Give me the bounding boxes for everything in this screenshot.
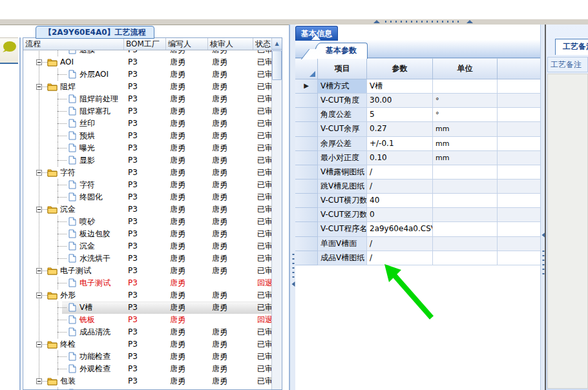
tree-row[interactable]: 外观检查P3唐勇唐勇已审核 <box>23 363 271 375</box>
tree-row-name-cell[interactable]: 板边包胶 <box>23 228 124 240</box>
grid-unit-cell[interactable] <box>433 222 498 236</box>
grid-item-cell[interactable]: 单面V槽面 <box>318 237 367 251</box>
tree-row[interactable]: 电子测试P3唐勇回退 <box>23 277 271 289</box>
grid-value-cell[interactable]: 0.27 <box>367 122 433 136</box>
tree-row[interactable]: 阻焊塞孔P3唐勇唐勇已审核 <box>23 105 271 118</box>
row-selector-cell[interactable] <box>295 208 318 222</box>
tab-process-notes[interactable]: 工艺备注 <box>555 39 588 55</box>
tree-row-name-cell[interactable] <box>23 387 124 390</box>
grid-column-item[interactable]: 项目 <box>318 58 367 79</box>
grid-item-cell[interactable]: V槽露铜图纸 <box>318 165 367 180</box>
row-selector-cell[interactable] <box>295 180 318 194</box>
grid-unit-cell[interactable] <box>433 79 498 94</box>
collapse-icon[interactable] <box>36 207 42 212</box>
grid-column-unit[interactable]: 单位 <box>433 58 498 79</box>
grid-unit-cell[interactable]: mm <box>433 151 498 165</box>
collapse-icon[interactable] <box>36 378 42 384</box>
collapse-icon[interactable] <box>36 59 42 65</box>
column-header-flow[interactable]: 流程 <box>23 38 124 50</box>
tree-row[interactable]: 丝印P3唐勇唐勇已审核 <box>23 118 271 130</box>
tree-row[interactable]: 字符P3唐勇唐勇已审核 <box>23 167 271 179</box>
tree-row-name-cell[interactable]: V槽 <box>23 302 124 314</box>
grid-row[interactable]: V-CUT横刀数40 <box>295 194 540 208</box>
grid-item-cell[interactable]: V-CUT程序名 <box>318 222 367 236</box>
scroll-up-button[interactable]: ▲ <box>272 38 282 50</box>
row-selector-cell[interactable] <box>295 251 318 265</box>
notes-body[interactable] <box>547 74 588 389</box>
tree-row-name-cell[interactable]: 显影 <box>23 154 124 167</box>
tree-row-name-cell[interactable]: 水洗烘干 <box>23 252 124 265</box>
grid-unit-cell[interactable]: mm <box>433 122 498 136</box>
grid-value-cell[interactable]: 5 <box>367 108 433 122</box>
select-all-cell[interactable] <box>295 58 318 79</box>
tree-row[interactable]: 功能检查P3唐勇唐勇已审核 <box>23 351 271 363</box>
tree-row[interactable]: 铣板P3唐勇回退 <box>23 314 271 326</box>
row-pointer-icon[interactable]: ▶ <box>295 79 318 94</box>
grid-row[interactable]: ▶V槽方式V槽 <box>295 79 540 94</box>
tree-row[interactable]: 外形P3唐勇唐勇已审核 <box>23 289 271 302</box>
tree-row-name-cell[interactable]: 预烘 <box>23 130 124 142</box>
tree-row-name-cell[interactable]: 喷砂 <box>23 216 124 228</box>
grid-item-cell[interactable]: V-CUT角度 <box>318 94 367 108</box>
comment-panel[interactable] <box>0 37 18 64</box>
row-selector-cell[interactable] <box>295 94 318 108</box>
grid-value-cell[interactable]: / <box>367 165 433 180</box>
collapse-left-icon[interactable] <box>292 282 295 287</box>
tree-row[interactable]: 板边包胶P3唐勇唐勇已审核 <box>23 228 271 240</box>
column-header-bom[interactable]: BOM工厂 <box>124 38 166 50</box>
row-selector-cell[interactable] <box>295 151 318 165</box>
grid-value-cell[interactable]: 0.10 <box>367 151 433 165</box>
tree-row-name-cell[interactable]: 成品清洗 <box>23 326 124 338</box>
collapse-icon[interactable] <box>36 268 42 274</box>
tab-basic-params[interactable]: 基本参数 <box>315 43 368 59</box>
grid-row[interactable]: 最小对正度0.10mm <box>295 151 540 165</box>
tree-row-name-cell[interactable]: 外层AOI <box>23 68 124 81</box>
grid-value-cell[interactable]: 30.00 <box>367 94 433 108</box>
grid-item-cell[interactable]: V-CUT余厚 <box>318 122 367 136</box>
tree-row-name-cell[interactable]: 曝光 <box>23 142 124 154</box>
grid-row[interactable]: V-CUT程序名2a9y60e4a0.CSV <box>295 222 540 236</box>
grid-item-cell[interactable]: V槽方式 <box>318 79 367 94</box>
row-selector-cell[interactable] <box>295 137 318 151</box>
tree-row[interactable]: 电子测试P3唐勇唐勇已审核 <box>23 265 271 277</box>
grid-value-cell[interactable]: +/-0.1 <box>367 137 433 151</box>
tree-row-name-cell[interactable]: 外观检查 <box>23 363 124 375</box>
collapse-icon[interactable] <box>36 292 42 298</box>
grid-unit-cell[interactable] <box>433 208 498 222</box>
tree-row[interactable]: AOIP3唐勇唐勇已审核 <box>23 56 271 68</box>
grid-value-cell[interactable]: / <box>367 180 433 194</box>
tree-row-name-cell[interactable]: 沉金 <box>23 240 124 252</box>
grid-row[interactable]: 余厚公差+/-0.1mm <box>295 137 540 151</box>
tree-row[interactable]: 外层AOIP3唐勇唐勇已审核 <box>23 68 271 81</box>
grid-row[interactable]: V-CUT角度30.00° <box>295 94 540 108</box>
grid-row[interactable]: 单面V槽面/ <box>295 237 540 251</box>
grid-column-value[interactable]: 参数 <box>367 58 433 79</box>
grid-unit-cell[interactable] <box>433 237 498 251</box>
grid-row[interactable]: V-CUT竖刀数0 <box>295 208 540 222</box>
tree-row[interactable]: 水洗烘干P3唐勇唐勇已审核 <box>23 252 271 265</box>
tree-row[interactable]: 阻焊前处理P3唐勇唐勇已审核 <box>23 93 271 105</box>
tree-scrollbar[interactable]: ▲ <box>271 38 282 389</box>
tree-row-name-cell[interactable]: 电子测试 <box>23 277 124 289</box>
tree-row[interactable]: 字符P3唐勇唐勇已审核 <box>23 179 271 191</box>
process-flow-tab[interactable]: 【2A9Y60E4A0】工艺流程 <box>36 26 154 39</box>
row-selector-cell[interactable] <box>295 237 318 251</box>
grid-unit-cell[interactable]: ° <box>433 94 498 108</box>
grid-item-cell[interactable]: 角度公差 <box>318 108 367 122</box>
tree-row-name-cell[interactable]: 终固化 <box>23 191 124 203</box>
column-header-auditor[interactable]: 核审人 <box>208 38 253 50</box>
grid-item-cell[interactable]: 成品V槽图纸 <box>318 251 367 265</box>
collapse-icon[interactable] <box>36 170 42 176</box>
grid-value-cell[interactable]: 40 <box>367 194 433 208</box>
tree-row-name-cell[interactable]: 丝印 <box>23 118 124 130</box>
tree-row-name-cell[interactable]: 字符 <box>23 167 124 179</box>
row-selector-cell[interactable] <box>295 122 318 136</box>
grid-value-cell[interactable]: V槽 <box>367 79 433 94</box>
grid-item-cell[interactable]: 余厚公差 <box>318 137 367 151</box>
tree-row-name-cell[interactable]: 阻焊 <box>23 81 124 93</box>
tree-row-name-cell[interactable]: 阻焊前处理 <box>23 93 124 105</box>
tree-row-name-cell[interactable]: 沉金 <box>23 203 124 216</box>
tree-row[interactable]: 终固化P3唐勇唐勇已审核 <box>23 191 271 203</box>
splitter-grip-icon[interactable] <box>373 20 473 23</box>
grid-row[interactable]: V-CUT余厚0.27mm <box>295 122 540 136</box>
